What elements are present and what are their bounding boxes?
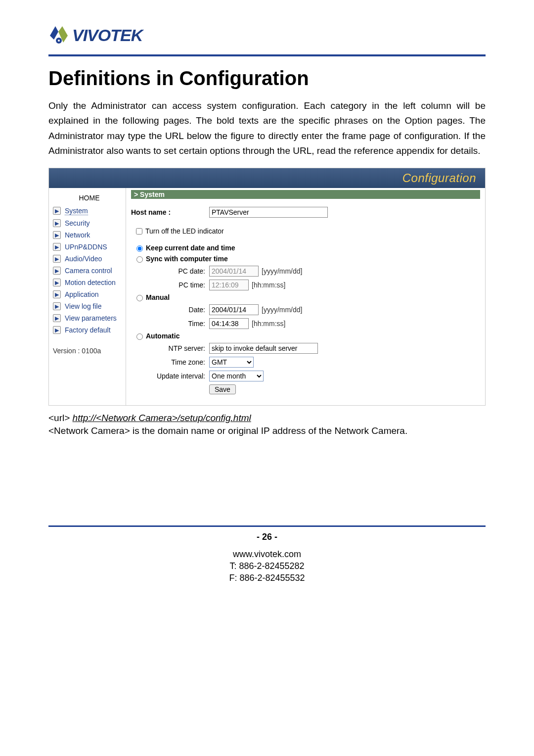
pc-date-label: PC date: (131, 267, 209, 275)
timezone-label: Time zone: (131, 358, 209, 366)
sidebar-item-security[interactable]: ▶ Security (53, 217, 126, 229)
arrow-right-icon: ▶ (53, 255, 61, 263)
radio-manual[interactable] (136, 295, 143, 301)
arrow-right-icon: ▶ (53, 279, 61, 286)
radio-automatic[interactable] (136, 333, 143, 340)
arrow-right-icon: ▶ (53, 302, 61, 310)
logo-text: VIVOTEK (72, 26, 142, 45)
radio-keep-current[interactable] (136, 245, 143, 252)
config-panel: > System Host name : Turn off the LED in… (126, 188, 485, 405)
sidebar-item-system[interactable]: ▶ System (53, 205, 126, 217)
time-format-hint: [hh:mm:ss] (252, 281, 285, 289)
sidebar-item-network[interactable]: ▶ Network (53, 229, 126, 241)
save-button[interactable]: Save (209, 384, 236, 394)
radio-automatic-label: Automatic (146, 332, 179, 340)
sidebar-item-factorydefault[interactable]: ▶ Factory default (53, 324, 126, 336)
arrow-right-icon: ▶ (53, 207, 61, 215)
update-interval-select[interactable]: One month (209, 371, 264, 381)
arrow-right-icon: ▶ (53, 243, 61, 251)
config-title-bar: Configuration (49, 168, 485, 188)
config-sidebar: HOME ▶ System ▶ Security ▶ Network ▶ UPn… (49, 188, 126, 405)
brand-logo: VIVOTEK (48, 25, 486, 46)
update-interval-label: Update interval: (131, 372, 209, 380)
config-url: http://<Network Camera>/setup/config.htm… (73, 413, 251, 423)
intro-paragraph: Only the Administrator can access system… (48, 98, 486, 159)
page-title: Definitions in Configuration (48, 67, 486, 90)
arrow-right-icon: ▶ (53, 267, 61, 275)
url-line: <url> http://<Network Camera>/setup/conf… (48, 413, 486, 424)
manual-date-label: Date: (131, 306, 209, 314)
sidebar-home[interactable]: HOME (53, 194, 126, 202)
arrow-right-icon: ▶ (53, 231, 61, 239)
footer-contact: www.vivotek.com T: 886-2-82455282 F: 886… (48, 548, 486, 584)
arrow-right-icon: ▶ (53, 290, 61, 298)
ntp-server-input[interactable] (209, 343, 318, 354)
arrow-right-icon: ▶ (53, 314, 61, 322)
manual-time-input[interactable] (209, 318, 249, 329)
sidebar-item-motion[interactable]: ▶ Motion detection (53, 277, 126, 288)
sidebar-item-audiovideo[interactable]: ▶ Audio/Video (53, 253, 126, 265)
logo-mark-icon (48, 25, 69, 46)
sidebar-item-viewparams[interactable]: ▶ View parameters (53, 312, 126, 324)
pc-date-input (209, 266, 259, 277)
footer-fax: F: 886-2-82455532 (48, 572, 486, 584)
header-divider (48, 54, 486, 56)
svg-point-1 (58, 40, 60, 42)
footer-divider (48, 525, 486, 527)
radio-manual-label: Manual (146, 293, 170, 301)
radio-sync[interactable] (136, 256, 143, 263)
led-checkbox[interactable] (136, 228, 142, 235)
section-header-system: > System (131, 190, 480, 199)
manual-date-input[interactable] (209, 304, 259, 315)
footer-website: www.vivotek.com (48, 548, 486, 560)
date-format-hint: [yyyy/mm/dd] (262, 306, 302, 314)
manual-time-label: Time: (131, 320, 209, 328)
sidebar-item-application[interactable]: ▶ Application (53, 288, 126, 300)
ntp-server-label: NTP server: (131, 344, 209, 352)
config-screenshot: Configuration HOME ▶ System ▶ Security ▶… (48, 168, 486, 406)
hostname-input[interactable] (209, 207, 328, 218)
sidebar-item-viewlog[interactable]: ▶ View log file (53, 300, 126, 312)
sidebar-item-upnp[interactable]: ▶ UPnP&DDNS (53, 241, 126, 253)
url-subtext: <Network Camera> is the domain name or o… (48, 425, 486, 436)
pc-time-input (209, 280, 249, 290)
page-number: - 26 - (48, 532, 486, 542)
sidebar-item-cameracontrol[interactable]: ▶ Camera control (53, 265, 126, 277)
led-label: Turn off the LED indicator (145, 227, 224, 235)
date-format-hint: [yyyy/mm/dd] (262, 267, 302, 275)
timezone-select[interactable]: GMT (209, 357, 254, 368)
radio-keep-current-label: Keep current date and time (146, 244, 235, 252)
hostname-label: Host name : (131, 208, 209, 216)
pc-time-label: PC time: (131, 281, 209, 289)
arrow-right-icon: ▶ (53, 326, 61, 334)
footer-tel: T: 886-2-82455282 (48, 560, 486, 572)
arrow-right-icon: ▶ (53, 219, 61, 227)
sidebar-version: Version : 0100a (53, 347, 126, 355)
radio-sync-label: Sync with computer time (146, 255, 228, 263)
time-format-hint: [hh:mm:ss] (252, 320, 285, 328)
